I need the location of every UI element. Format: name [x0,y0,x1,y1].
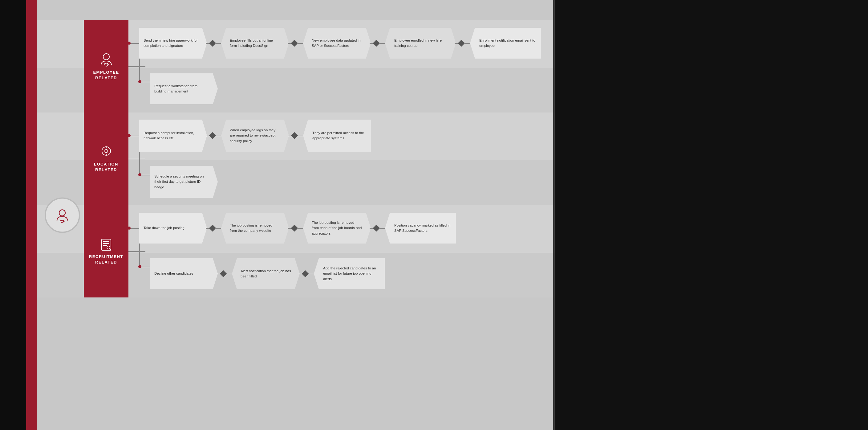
svg-point-2 [103,54,110,60]
recruitment-icon [99,237,113,252]
rec-card-4: Position vacancy marked as filled in SAP… [385,213,456,243]
location-label: LOCATION RELATED [84,162,128,173]
emp-h-line-4b [464,43,470,44]
emp-card-3: New employee data updated in SAP or Succ… [303,28,371,59]
rec-card-3: The job posting is removed from each of … [303,213,371,243]
employee-label: EMPLOYEE RELATED [84,70,128,81]
svg-point-4 [102,147,111,155]
loc-card-2: When employee logs on they are required … [221,120,289,152]
rec-card-2: The job posting is removed from the comp… [221,213,289,243]
loc-card-1: Request a computer installation, network… [139,120,207,152]
svg-point-5 [105,149,108,152]
emp-v-line-1 [139,59,140,82]
rec-card-decline: Decline other candidates [150,258,218,289]
loc-v-line-1 [139,152,140,175]
rec-h-line-3b [379,228,385,229]
recruitment-category-box: RECRUITMENT RELATED [84,205,128,297]
emp-h-line-2b [297,43,303,44]
emp-card-5: Enrollment notification email sent to em… [470,28,541,59]
emp-card-workstation: Request a workstation from building mana… [150,74,218,104]
emp-card-4: Employee enrolled in new hire training c… [385,28,456,59]
emp-h-line-3b [379,43,385,44]
location-category-box: LOCATION RELATED [84,113,128,205]
emp-dot-2 [138,80,142,83]
rec-dot-2 [138,265,142,268]
loc-card-security: Schedule a security meeting on their fir… [150,166,218,198]
right-panel [554,0,868,430]
hub-circle [45,197,80,233]
emp-card-1: Send them new hire paperwork for complet… [139,28,207,59]
rec-r2-h-line-2b [308,274,314,274]
location-icon [99,145,113,159]
rec-r2-h-line-1b [226,274,232,274]
loc-h-line-1b [215,136,221,136]
rec-v-line-1 [139,243,140,267]
red-stripe [26,0,37,430]
rec-card-1: Take down the job posting [139,213,207,243]
loc-dot-2 [138,173,142,176]
loc-h-line-2b [297,136,303,136]
emp-card-2: Employee fills out an online form includ… [221,28,289,59]
right-divider [553,0,554,430]
svg-point-14 [107,246,110,249]
recruitment-label: RECRUITMENT RELATED [84,254,128,265]
svg-point-3 [105,63,108,66]
loc-card-3: They are permitted access to the appropr… [303,120,371,152]
rec-card-alert: Alert notification that the job has been… [232,258,300,289]
svg-point-0 [59,210,65,216]
left-sidebar [0,0,26,430]
hub-icon [54,206,71,224]
employee-icon [99,52,114,67]
rec-h-line-2b [297,228,303,229]
rec-card-email-list: Add the rejected candidates to an email … [314,258,385,289]
emp-h-line-1b [215,43,221,44]
employee-category-box: EMPLOYEE RELATED [84,20,128,113]
rec-h-line-1b [215,228,221,229]
